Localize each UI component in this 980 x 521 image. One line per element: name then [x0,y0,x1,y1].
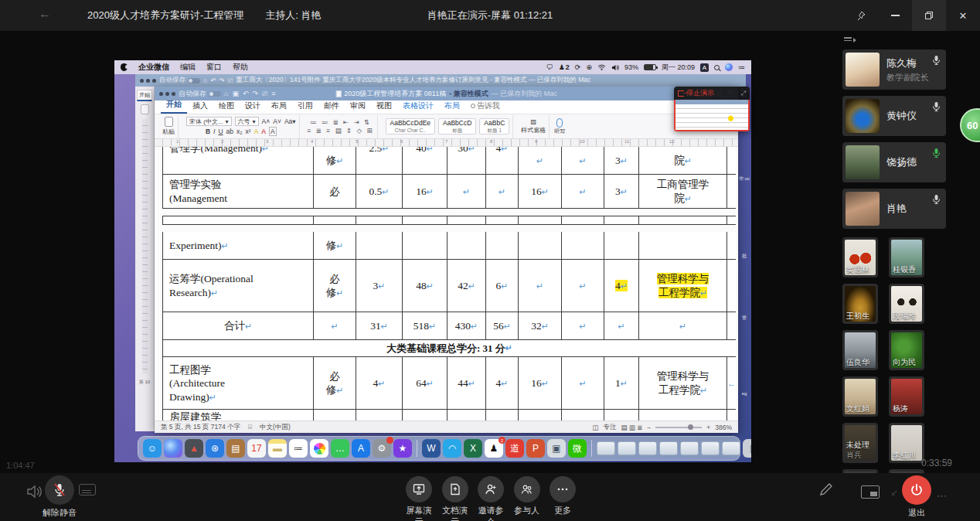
zoom-level[interactable]: 386% [715,424,732,431]
focus-icon[interactable]: ◫ [592,424,598,431]
participant-tile[interactable]: 杨涛 [889,376,924,417]
siri-icon[interactable] [725,63,733,71]
more-icon[interactable]: ≡ [271,90,275,97]
home-icon[interactable]: ⌂ [203,77,207,84]
dock-icon-notes[interactable]: ▬ [268,439,287,458]
caption-icon[interactable] [79,484,96,495]
dock-icon-wechat[interactable]: 微 [568,439,587,458]
autosave-toggle[interactable] [188,78,200,83]
autosave-toggle[interactable] [209,91,221,97]
traffic-lights[interactable] [140,79,156,83]
dock-icon-safari[interactable]: ⊛ [206,439,224,458]
style-card-1[interactable]: AaBbCcDdEeChar Char C.. [386,118,435,134]
unmute-label[interactable]: 解除静音 [30,507,89,519]
focus-label[interactable]: 专注 [603,423,616,432]
undo-icon[interactable]: ↶ [243,90,249,97]
page-word-count[interactable]: 第 5 页, 共 15 页 7174 个字 [161,423,240,432]
minimized-window-thumbnail[interactable] [659,441,678,455]
ribbon-tab-4[interactable]: 设计 [240,99,266,114]
font-size-select[interactable]: 六号 ▾ [235,117,259,126]
dictate-button[interactable]: 听写 [554,118,565,135]
print-icon[interactable]: ⎚ [262,90,267,98]
qq-tray-icon[interactable]: ♟2 [559,63,570,71]
dock-icon-finder[interactable]: ☺ [143,439,162,458]
dock-icon-calendar[interactable]: 17 [247,439,266,458]
spotlight-icon[interactable] [714,65,720,70]
ribbon-tab-5[interactable]: 布局 [266,99,292,114]
minimized-window-thumbnail[interactable] [701,441,720,455]
back-paste-icon[interactable] [141,104,149,114]
language-label[interactable]: 中文(中国) [260,423,291,432]
more-button[interactable]: 更多 [546,476,579,521]
mute-toggle-button[interactable] [45,475,74,505]
ribbon-tab-8[interactable]: 审阅 [345,99,371,114]
dock-icon-launchpad[interactable]: ▲ [185,439,203,458]
stop-presenting-panel[interactable]: 停止演示 ⤢ [674,87,750,131]
participant-tile[interactable]: 段瑞玲 [889,284,924,324]
ribbon-tab-6[interactable]: 引用 [292,99,318,114]
ribbon-tab-12[interactable]: 告诉我 [465,99,505,114]
pin-icon[interactable] [844,0,878,31]
collapse-sidebar-icon[interactable] [844,36,856,43]
dock-icon-youdao[interactable]: 道 [505,439,524,458]
font-name-select[interactable]: 宋体 (中文... ▾ [186,117,232,126]
dock-icon-messages[interactable]: … [331,439,349,458]
overflow-dots-icon[interactable]: ⋯ [937,490,948,502]
spellcheck-icon[interactable]: ⌻ [248,423,252,431]
ribbon-tab-11[interactable]: 布局 [439,99,465,114]
menu-help[interactable]: 帮助 [233,62,248,73]
redo-icon[interactable]: ↷ [219,77,224,84]
menu-edit[interactable]: 编辑 [180,62,196,73]
dock-icon-app-store[interactable]: A [352,439,370,458]
minimized-window-thumbnail[interactable] [722,441,740,455]
style-pane-button[interactable]: ▨ 样式窗格 [518,115,550,138]
dock-icon-reminders[interactable]: ≔ [289,439,308,458]
restore-button[interactable] [912,0,946,31]
dock-icon-trash[interactable]: ▯ [743,439,751,458]
close-button[interactable]: ✕ [946,0,980,31]
dock-icon-contacts[interactable]: ▤ [226,439,245,458]
participant-tile[interactable]: 未处理肖兵 [842,423,878,463]
minimized-window-thumbnail[interactable] [618,441,636,455]
speaker-icon[interactable] [26,484,43,502]
change-case-icon[interactable]: Aa▾ [284,117,296,125]
undo-icon[interactable]: ↶ [210,77,216,84]
paste-button[interactable]: 粘贴 [159,115,179,138]
back-button[interactable]: ← [39,7,51,21]
style-card-3[interactable]: AaBbC标题 1 [479,118,509,134]
style-card-2[interactable]: AaBbCcD标题 [438,118,476,134]
view-icons[interactable]: ▤ ▥ ≣ [621,424,642,431]
participant-tile[interactable]: 文红娟 [842,376,878,417]
print-icon[interactable]: ⎚ [227,77,233,85]
participant-tile[interactable]: 桂银香 [889,237,924,278]
redo-icon[interactable]: ↷ [253,90,259,97]
participant-card[interactable]: 黄钟仪 [842,96,946,136]
paragraph-group[interactable]: ≔ ≕ ≣ ⇤ ⇥ ⇅ ≡ ≣ ≡ ▤ ⇕ ◇ ⊞ [305,115,378,138]
sync-tray-icon[interactable]: ⟳ [575,63,581,71]
menu-window[interactable]: 窗口 [206,62,222,73]
format-buttons[interactable]: BIUabx₂x² AAA [206,127,277,136]
document-canvas[interactable]: 管理学(Management)↵修↵2.5↵40↵30↵4↵↵↵3↵院↵管理学实… [155,147,738,421]
ribbon-tab-3[interactable]: 绘图 [213,99,240,114]
leave-meeting-label[interactable]: 退出 [897,507,937,519]
dock-icon-photos[interactable] [310,439,328,458]
dock-icon-settings[interactable]: ⚙ [373,439,391,458]
participant-tile[interactable]: 伍良华 [842,330,878,370]
dock-icon-qq[interactable]: ♟2 [485,439,503,458]
participant-card[interactable]: 饶扬德 [842,142,946,182]
dock-icon-powerpoint[interactable]: P [526,439,545,458]
dock-icon-imovie[interactable]: ★ [393,439,412,458]
notification-center-icon[interactable]: ≔ [738,63,745,71]
dock-icon-blue-app[interactable]: ◠ [443,439,461,458]
participant-tile[interactable]: 王初生 [842,284,878,324]
dock-icon-preview[interactable]: ▣ [547,439,566,458]
participants-button[interactable]: 参与人 [511,476,543,521]
participant-card[interactable]: 陈久梅教学副院长 [842,49,946,90]
doc-share-button[interactable]: 文档演示 [439,476,471,521]
ribbon-tab-9[interactable]: 视图 [371,99,397,114]
back-ribbon-tab[interactable]: 开始 [137,90,152,101]
participant-tile[interactable]: 黄居林 [842,237,878,278]
pip-view-icon[interactable] [861,485,880,499]
crosshair-tray-icon[interactable]: ⊕ [586,63,592,71]
shrink-font-icon[interactable]: A˅ [273,117,281,125]
